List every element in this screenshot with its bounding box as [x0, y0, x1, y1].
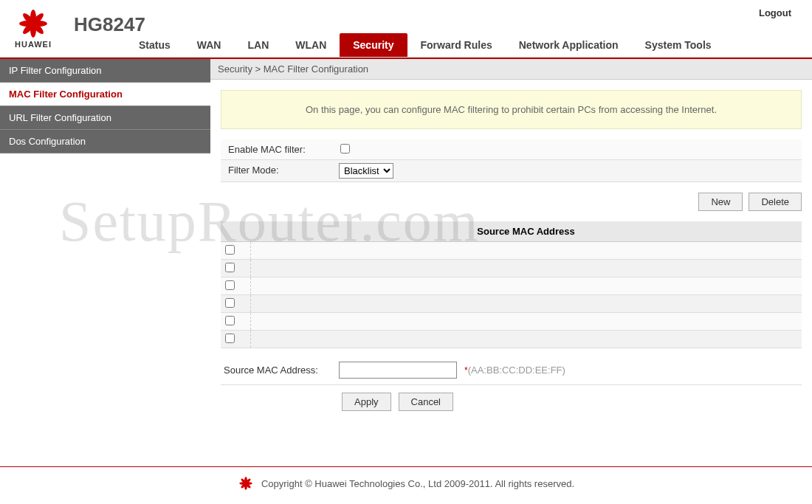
sidebar-item-dos[interactable]: Dos Configuration — [0, 130, 210, 153]
nav-wan[interactable]: WAN — [184, 33, 235, 57]
logo-block: HUAWEI — [15, 9, 52, 49]
header: HUAWEI HG8247 Logout Status WAN LAN WLAN… — [0, 0, 812, 58]
sidebar-item-mac-filter[interactable]: MAC Filter Configuration — [0, 83, 210, 106]
info-box: On this page, you can configure MAC filt… — [221, 90, 802, 129]
apply-row: Apply Cancel — [342, 393, 802, 411]
brand-text: HUAWEI — [15, 40, 52, 49]
nav-wlan[interactable]: WLAN — [282, 33, 340, 57]
table-row — [221, 295, 802, 313]
content-area: IP Filter Configuration MAC Filter Confi… — [0, 59, 812, 450]
new-button[interactable]: New — [698, 193, 743, 211]
table-row — [221, 277, 802, 295]
row-checkbox[interactable] — [225, 334, 235, 343]
footer: Copyright © Huawei Technologies Co., Ltd… — [0, 466, 812, 500]
nav-system-tools[interactable]: System Tools — [632, 33, 725, 57]
nav-status[interactable]: Status — [125, 33, 184, 57]
source-mac-input-row: Source MAC Address: *(AA:BB:CC:DD:EE:FF) — [221, 356, 802, 385]
nav-forward-rules[interactable]: Forward Rules — [407, 33, 506, 57]
main-nav: Status WAN LAN WLAN Security Forward Rul… — [125, 32, 725, 57]
row-checkbox[interactable] — [225, 245, 235, 255]
table-row — [221, 313, 802, 331]
footer-logo-icon — [238, 476, 254, 491]
filter-mode-select[interactable]: Blacklist — [339, 163, 393, 179]
enable-mac-filter-checkbox[interactable] — [340, 144, 350, 153]
huawei-logo-icon — [16, 9, 51, 38]
main-panel: Security > MAC Filter Configuration On t… — [210, 59, 812, 450]
hint-format: (AA:BB:CC:DD:EE:FF) — [468, 365, 565, 376]
row-mac-value — [250, 242, 802, 260]
source-mac-label: Source MAC Address: — [221, 360, 339, 380]
row-checkbox[interactable] — [225, 298, 235, 308]
row-checkbox[interactable] — [225, 263, 235, 272]
config-row-mode: Filter Mode: Blacklist — [221, 160, 802, 182]
table-row — [221, 242, 802, 260]
row-mac-value — [250, 277, 802, 295]
mode-value: Blacklist — [331, 160, 802, 182]
source-mac-input[interactable] — [339, 362, 457, 379]
row-mac-value — [250, 260, 802, 277]
table-row — [221, 331, 802, 348]
row-mac-value — [250, 331, 802, 348]
sidebar-item-url-filter[interactable]: URL Filter Configuration — [0, 106, 210, 130]
row-mac-value — [250, 295, 802, 313]
table-header-check — [221, 221, 250, 242]
table-row — [221, 260, 802, 277]
sidebar-item-ip-filter[interactable]: IP Filter Configuration — [0, 59, 210, 83]
mode-label: Filter Mode: — [221, 160, 331, 182]
nav-security[interactable]: Security — [340, 33, 407, 57]
breadcrumb: Security > MAC Filter Configuration — [210, 59, 812, 80]
enable-value — [331, 139, 802, 159]
table-action-buttons: New Delete — [221, 193, 802, 211]
table-header-mac: Source MAC Address — [250, 221, 802, 242]
row-checkbox[interactable] — [225, 280, 235, 290]
config-table: Enable MAC filter: Filter Mode: Blacklis… — [221, 139, 802, 182]
footer-text: Copyright © Huawei Technologies Co., Ltd… — [261, 478, 574, 489]
nav-lan[interactable]: LAN — [234, 33, 282, 57]
mac-address-table: Source MAC Address — [221, 221, 802, 348]
row-mac-value — [250, 313, 802, 331]
nav-network-application[interactable]: Network Application — [506, 33, 632, 57]
apply-button[interactable]: Apply — [342, 393, 391, 411]
delete-button[interactable]: Delete — [749, 193, 802, 211]
sidebar: IP Filter Configuration MAC Filter Confi… — [0, 59, 210, 450]
cancel-button[interactable]: Cancel — [399, 393, 453, 411]
config-row-enable: Enable MAC filter: — [221, 139, 802, 160]
logout-link[interactable]: Logout — [759, 7, 791, 18]
enable-label: Enable MAC filter: — [221, 139, 331, 159]
row-checkbox[interactable] — [225, 316, 235, 325]
